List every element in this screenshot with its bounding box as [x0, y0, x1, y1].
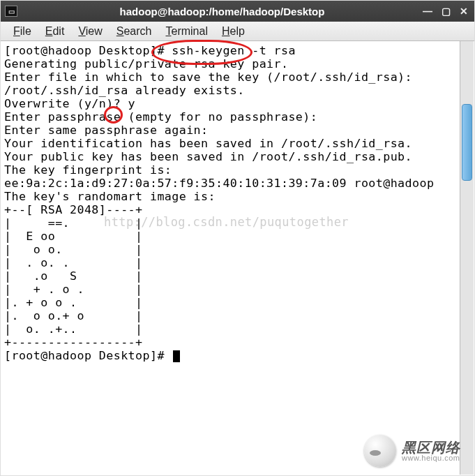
term-line: | . o. . |: [4, 255, 143, 269]
terminal-area: [root@hadoop Desktop]# ssh-keygen -t rsa…: [1, 41, 474, 475]
term-line: Enter same passphrase again:: [4, 123, 209, 137]
scrollbar-thumb[interactable]: [462, 104, 472, 181]
menu-search[interactable]: Search: [111, 24, 158, 39]
term-line: Your public key has been saved in /root/…: [4, 149, 412, 163]
term-line: +--[ RSA 2048]----+: [4, 202, 143, 216]
terminal-app-icon: ▭: [5, 6, 17, 17]
term-line: |. + o o . |: [4, 295, 143, 309]
term-line: | ==. |: [4, 216, 143, 230]
term-line: Generating public/private rsa key pair.: [4, 57, 288, 70]
terminal-output[interactable]: [root@hadoop Desktop]# ssh-keygen -t rsa…: [1, 41, 460, 475]
term-line: Your identification has been saved in /r…: [4, 136, 412, 150]
vertical-scrollbar[interactable]: [460, 41, 474, 475]
menubar: File Edit View Search Terminal Help: [1, 22, 474, 41]
term-line: | .o S |: [4, 269, 143, 283]
term-line: |. o o.+ o |: [4, 308, 143, 322]
menu-file[interactable]: File: [8, 24, 37, 39]
term-line: Overwrite (y/n)? y: [4, 96, 135, 110]
window-controls: — ▢ ✕: [421, 6, 470, 17]
close-button[interactable]: ✕: [458, 6, 470, 17]
menu-terminal[interactable]: Terminal: [160, 24, 213, 39]
menu-help[interactable]: Help: [216, 24, 250, 39]
term-line: The key's randomart image is:: [4, 189, 216, 203]
menu-view[interactable]: View: [73, 24, 107, 39]
term-line: ee:9a:2c:1a:d9:27:0a:57:f9:35:40:10:31:3…: [4, 176, 434, 190]
titlebar[interactable]: ▭ hadoop@hadoop:/home/hadoop/Desktop — ▢…: [1, 1, 474, 22]
app-window: ▭ hadoop@hadoop:/home/hadoop/Desktop — ▢…: [0, 0, 475, 476]
term-line: +-----------------+: [4, 335, 143, 349]
term-line: | o. .+.. |: [4, 322, 143, 336]
term-line: | E oo |: [4, 229, 143, 243]
term-line: | o o. |: [4, 242, 143, 256]
term-line: The key fingerprint is:: [4, 163, 172, 177]
cursor-icon: [173, 350, 180, 362]
term-prompt: [root@hadoop Desktop]#: [4, 348, 172, 362]
minimize-button[interactable]: —: [421, 6, 434, 17]
term-line: /root/.ssh/id_rsa already exists.: [4, 83, 245, 97]
maximize-button[interactable]: ▢: [439, 6, 452, 17]
term-line: Enter file in which to save the key (/ro…: [4, 70, 412, 84]
term-line: [root@hadoop Desktop]# ssh-keygen -t rsa: [4, 43, 296, 57]
term-line: Enter passphrase (empty for no passphras…: [4, 110, 317, 124]
menu-edit[interactable]: Edit: [40, 24, 70, 39]
term-line: | + . o . |: [4, 282, 143, 296]
window-title: hadoop@hadoop:/home/hadoop/Desktop: [23, 6, 421, 17]
